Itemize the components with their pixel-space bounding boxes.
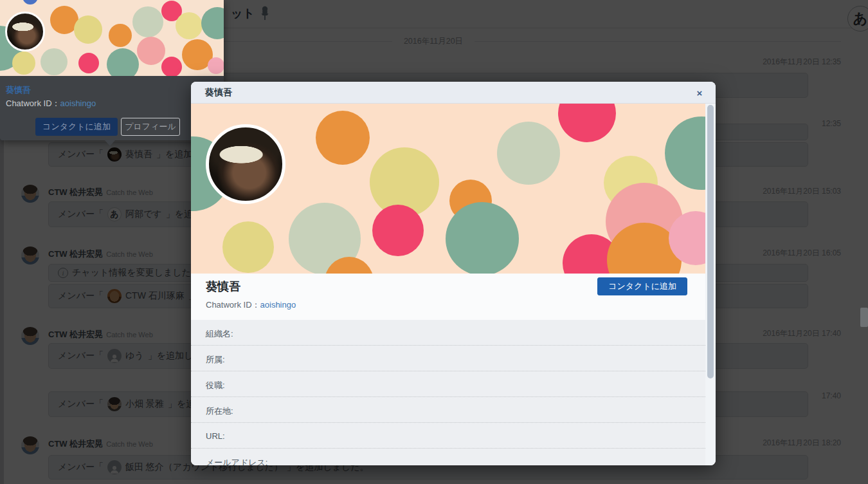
field-department: 所属:	[191, 346, 705, 371]
chatwork-id-link[interactable]: aoishingo	[60, 98, 96, 108]
cover-dot	[665, 116, 705, 190]
modal-chatwork-id: Chatwork ID：aoishingo	[206, 299, 296, 311]
popup-chatwork-id: Chatwork ID：aoishingo	[6, 98, 96, 109]
field-location: 所在地:	[191, 397, 705, 423]
cover-dot	[372, 205, 424, 256]
cover-dot	[132, 6, 163, 37]
modal-header: 葵慎吾 ×	[191, 82, 716, 104]
modal-identity-section: 葵慎吾 Chatwork ID：aoishingo コンタクトに追加	[191, 274, 705, 320]
app-screen: ット あ 2016年11月20日 2016年11月20日 12:35 12:35…	[0, 0, 868, 484]
popup-user-name: 葵慎吾	[6, 84, 31, 96]
field-organization: 組織名:	[191, 320, 705, 346]
cover-dot	[161, 57, 182, 76]
cover-dot	[497, 122, 560, 185]
cover-dot	[23, 0, 38, 5]
field-title: 役職:	[191, 371, 705, 397]
cover-dot	[316, 111, 370, 165]
field-url: URL:	[191, 423, 705, 449]
profile-popup: 葵慎吾 Chatwork ID：aoishingo コンタクトに追加 プロフィー…	[0, 0, 224, 140]
chatwork-id-link[interactable]: aoishingo	[260, 300, 296, 310]
modal-scrollbar-thumb[interactable]	[707, 105, 714, 378]
cover-dot	[176, 12, 203, 39]
chat-scrollbar-thumb[interactable]	[860, 308, 868, 327]
close-icon[interactable]: ×	[692, 86, 707, 100]
cover-dot	[208, 57, 224, 74]
modal-user-name: 葵慎吾	[206, 279, 240, 294]
cover-dot	[446, 202, 519, 274]
chatwork-id-label: Chatwork ID：	[6, 98, 60, 108]
cover-dot	[201, 7, 224, 39]
cover-dot	[12, 51, 35, 75]
cover-dot	[74, 15, 102, 44]
popup-profile-button[interactable]: プロフィール	[121, 118, 180, 136]
cover-dot	[109, 24, 132, 47]
popup-avatar[interactable]	[5, 12, 45, 51]
cover-dot	[558, 104, 616, 142]
cover-dot	[41, 48, 68, 75]
modal-profile-fields: 組織名: 所属: 役職: 所在地: URL: メールアドレス:	[191, 320, 705, 465]
popup-caret	[105, 140, 115, 146]
add-contact-button[interactable]: コンタクトに追加	[597, 277, 687, 295]
popup-add-contact-button[interactable]: コンタクトに追加	[35, 118, 118, 136]
modal-title: 葵慎吾	[205, 87, 232, 98]
cover-dot	[107, 48, 139, 76]
field-email: メールアドレス:	[191, 449, 705, 465]
cover-dot	[137, 37, 165, 65]
cover-dot	[222, 221, 274, 273]
chatwork-id-label: Chatwork ID：	[206, 300, 260, 310]
modal-scrollbar[interactable]	[705, 104, 716, 465]
cover-dot	[78, 53, 99, 73]
profile-modal: 葵慎吾 × 葵慎吾 Chatwork ID：aoish	[191, 82, 716, 465]
modal-avatar	[206, 124, 285, 204]
